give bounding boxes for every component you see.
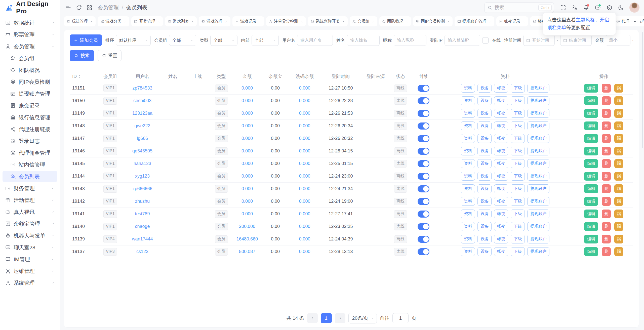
sidebar-item-live-video[interactable]: 真人视讯	[3, 206, 57, 218]
delete-button[interactable]: 删	[602, 184, 611, 193]
realname-input[interactable]	[347, 35, 380, 46]
device-button[interactable]: 设备	[477, 197, 492, 206]
delete-button[interactable]: 删	[602, 159, 611, 168]
withdraw-account-button[interactable]: 提现账户	[527, 222, 549, 231]
sidebar-item-robot-order[interactable]: 机器人与发单	[3, 230, 57, 241]
device-button[interactable]: 设备	[477, 84, 492, 93]
sort-select[interactable]: 默认排序	[116, 35, 151, 46]
edit-button[interactable]: 编辑	[584, 147, 598, 155]
apps-button[interactable]	[85, 3, 94, 12]
sidebar-item-chatroom28[interactable]: 聊天室28	[3, 242, 57, 253]
edit-button[interactable]: 编辑	[584, 235, 598, 243]
subordinate-button[interactable]: 下级	[511, 84, 525, 93]
ban-toggle[interactable]	[418, 122, 429, 130]
profile-button[interactable]: 资料	[461, 184, 475, 193]
nickname-input[interactable]	[394, 35, 426, 46]
sidebar-item-agent-register-link[interactable]: 代理注册链接	[3, 123, 57, 135]
tab-game-manage[interactable]: 游戏管理	[199, 16, 230, 26]
tab-game-record[interactable]: 游戏记录	[232, 16, 264, 26]
sidebar-item-account-change-record[interactable]: 账变记录	[3, 100, 57, 111]
notifications-button[interactable]	[581, 3, 591, 13]
close-icon[interactable]	[258, 20, 262, 23]
edit-button[interactable]: 编辑	[584, 96, 598, 105]
username-link[interactable]: qwe222	[134, 123, 150, 128]
xima-link[interactable]: 0.000	[299, 98, 310, 103]
page-size-select[interactable]: 20条/页	[348, 313, 377, 323]
edit-button[interactable]: 编辑	[584, 172, 598, 181]
amount-link[interactable]: 0.000	[242, 98, 253, 103]
amount-link[interactable]: 0.000	[242, 199, 253, 204]
column-header-id[interactable]: ID	[70, 74, 96, 79]
delete-button[interactable]: 删	[602, 121, 611, 130]
account-change-button[interactable]: 帐变	[494, 121, 508, 130]
close-icon[interactable]	[489, 20, 492, 23]
ban-toggle[interactable]	[418, 248, 429, 255]
tabs-menu-button[interactable]	[630, 16, 640, 26]
withdraw-account-button[interactable]: 提现账户	[527, 96, 549, 105]
withdraw-account-button[interactable]: 提现账户	[527, 235, 549, 243]
kick-button[interactable]: 踢	[614, 172, 623, 181]
register-time-end-input[interactable]: 结束时间	[560, 35, 592, 46]
amount-link[interactable]: 0.000	[242, 136, 253, 141]
sidebar-item-team-overview[interactable]: 团队概况	[3, 64, 57, 76]
account-change-button[interactable]: 帐变	[494, 222, 508, 231]
amount-link[interactable]: 0.000	[242, 211, 253, 216]
account-change-button[interactable]: 帐变	[494, 247, 508, 256]
username-link[interactable]: xyg123	[135, 174, 150, 179]
subordinate-button[interactable]: 下级	[511, 184, 525, 193]
amount-link[interactable]: 0.000	[242, 86, 253, 91]
device-button[interactable]: 设备	[477, 235, 492, 243]
account-change-button[interactable]: 帐变	[494, 184, 508, 193]
device-button[interactable]: 设备	[477, 172, 492, 181]
tab-withdraw-account-manage[interactable]: 提现账户管理	[455, 16, 494, 26]
withdraw-account-button[interactable]: 提现账户	[527, 109, 549, 118]
subordinate-button[interactable]: 下级	[511, 247, 525, 256]
add-member-button[interactable]: 添加会员	[70, 34, 102, 46]
tab-game-list[interactable]: 游戏列表	[165, 16, 197, 26]
edit-button[interactable]: 编辑	[584, 222, 598, 231]
language-button[interactable]	[570, 3, 580, 13]
kick-button[interactable]: 踢	[614, 96, 623, 105]
tab-same-ip-check[interactable]: 同IP会员检测	[413, 16, 453, 26]
sidebar-item-member-list[interactable]: 会员列表	[3, 171, 57, 182]
xima-link[interactable]: 0.000	[299, 148, 310, 153]
tab-member-group[interactable]: 会员组	[350, 16, 377, 26]
profile-button[interactable]: 资料	[461, 210, 475, 218]
subordinate-button[interactable]: 下级	[511, 197, 525, 206]
username-link[interactable]: test789	[135, 211, 150, 216]
edit-button[interactable]: 编辑	[584, 210, 598, 218]
sidebar-item-member-manage[interactable]: 会员管理	[3, 41, 57, 52]
scrollbar-thumb[interactable]	[642, 32, 643, 148]
kick-button[interactable]: 踢	[614, 184, 623, 193]
edit-button[interactable]: 编辑	[584, 109, 598, 118]
edit-button[interactable]: 编辑	[584, 247, 598, 256]
amount-link[interactable]: 0.000	[242, 174, 253, 179]
close-icon[interactable]	[225, 20, 228, 23]
delete-button[interactable]: 删	[602, 222, 611, 231]
edit-button[interactable]: 编辑	[584, 121, 598, 130]
profile-button[interactable]: 资料	[461, 235, 475, 243]
xima-link[interactable]: 0.000	[299, 236, 310, 241]
tab-system-lottery-predraw[interactable]: 系统彩预开奖	[308, 16, 348, 26]
kick-button[interactable]: 踢	[614, 121, 623, 130]
device-button[interactable]: 设备	[477, 222, 492, 231]
username-link[interactable]: zp784533	[132, 86, 152, 91]
online-checkbox[interactable]	[482, 37, 489, 44]
prev-page-button[interactable]	[307, 313, 318, 323]
ban-toggle[interactable]	[418, 110, 429, 117]
reset-button[interactable]: 重置	[98, 50, 122, 61]
username-link[interactable]: 123123aa	[132, 111, 152, 116]
device-button[interactable]: 设备	[477, 96, 492, 105]
delete-button[interactable]: 删	[602, 247, 611, 256]
subordinate-button[interactable]: 下级	[511, 210, 525, 218]
ban-toggle[interactable]	[418, 198, 429, 205]
ban-toggle[interactable]	[418, 173, 429, 180]
delete-button[interactable]: 删	[602, 172, 611, 181]
amount-link[interactable]: 0.000	[242, 123, 253, 128]
sidebar-item-same-ip-check[interactable]: 同IP会员检测	[3, 76, 57, 88]
kick-button[interactable]: 踢	[614, 84, 623, 93]
username-link[interactable]: zhuzhu	[135, 199, 150, 204]
ban-toggle[interactable]	[418, 148, 429, 155]
device-button[interactable]: 设备	[477, 159, 492, 168]
kick-button[interactable]: 踢	[614, 222, 623, 231]
